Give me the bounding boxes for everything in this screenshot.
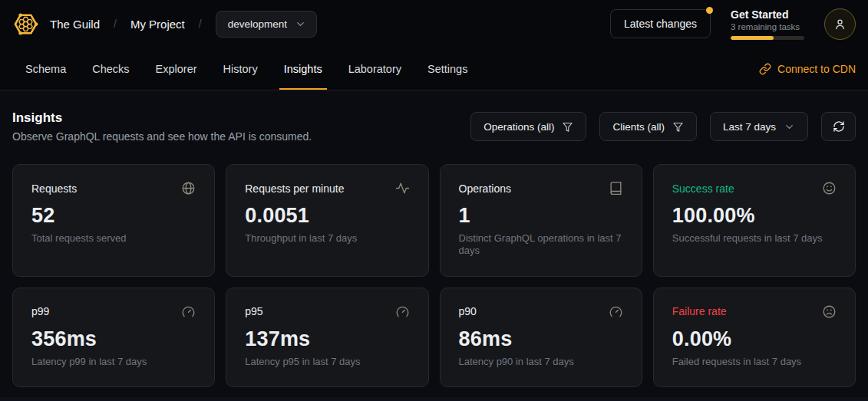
book-icon [609,181,623,196]
breadcrumb-org[interactable]: The Guild [50,18,100,31]
metric-card-value: 52 [31,204,196,228]
metric-card-description: Distinct GraphQL operations in last 7 da… [459,232,623,258]
metric-card-description: Latency p95 in last 7 days [245,356,409,368]
metric-card-description: Total requests served [31,232,196,245]
metric-card: Requests 52 Total requests served [12,164,215,277]
chevron-down-icon [295,18,306,30]
connect-cdn-link[interactable]: Connect to CDN [759,48,856,90]
metric-card-description: Latency p99 in last 7 days [31,356,196,368]
next-section-edge [0,397,868,401]
breadcrumb-separator: / [199,18,202,30]
metric-card: p90 86ms Latency p90 in last 7 days [440,288,642,387]
metric-card-value: 0.0051 [245,204,409,228]
clients-filter-button[interactable]: Clients (all) [599,112,697,141]
metric-card-value: 1 [459,204,623,228]
filters: Operations (all) Clients (all) Last 7 da… [470,112,856,141]
refresh-button[interactable] [821,112,856,141]
gauge-icon [609,304,623,319]
metric-card-value: 137ms [245,327,409,351]
metric-card-value: 100.00% [672,204,837,228]
notification-dot-icon [706,7,713,14]
app-header: The Guild / My Project / development Lat… [0,0,868,48]
frown-icon [822,304,837,319]
filter-funnel-icon [672,121,684,133]
user-avatar[interactable] [824,8,856,40]
breadcrumb-project[interactable]: My Project [130,18,185,31]
tab-explorer[interactable]: Explorer [143,48,210,90]
link-icon [759,63,771,75]
tab-checks[interactable]: Checks [79,48,142,90]
metric-card-description: Throughput in last 7 days [245,232,409,245]
latest-changes-button[interactable]: Latest changes [610,9,711,38]
target-selector[interactable]: development [216,11,317,38]
period-selector-button[interactable]: Last 7 days [710,112,808,141]
breadcrumb: The Guild / My Project / development [50,11,317,38]
metric-card: Operations 1 Distinct GraphQL operations… [440,164,642,277]
activity-icon [395,181,410,196]
page-head: Insights Observe GraphQL requests and se… [12,110,856,143]
metric-card-value: 0.00% [672,327,837,351]
operations-filter-button[interactable]: Operations (all) [470,112,586,141]
get-started-progress-bar [731,36,804,40]
chevron-down-icon [784,121,795,133]
tab-schema[interactable]: Schema [12,48,79,90]
refresh-icon [833,120,845,133]
smile-icon [822,181,837,196]
tab-settings[interactable]: Settings [414,48,480,90]
tab-history[interactable]: History [210,48,271,90]
metric-card-title: p99 [31,305,49,317]
metric-card: Requests per minute 0.0051 Throughput in… [226,164,428,277]
header-right: Latest changes Get Started 3 remaining t… [610,8,856,40]
insights-page: Insights Observe GraphQL requests and se… [0,90,868,387]
metric-card-description: Failed requests in last 7 days [672,356,837,368]
period-selector-label: Last 7 days [723,121,776,133]
tab-insights[interactable]: Insights [271,48,335,90]
clients-filter-label: Clients (all) [612,121,665,133]
metric-card: Success rate 100.00% Successful requests… [653,164,856,277]
breadcrumb-separator: / [114,18,117,30]
metric-cards-grid: Requests 52 Total requests served Reques… [12,164,856,387]
top-chrome: The Guild / My Project / development Lat… [0,0,868,90]
metric-card-description: Successful requests in last 7 days [672,232,837,245]
target-selector-value: development [228,18,287,30]
metric-card: p95 137ms Latency p95 in last 7 days [226,288,428,387]
metric-card-title: Requests per minute [245,182,344,195]
operations-filter-label: Operations (all) [484,121,554,133]
metric-card-value: 86ms [459,327,623,351]
gauge-icon [395,304,410,319]
metric-card-title: Success rate [672,182,734,195]
connect-cdn-label: Connect to CDN [777,63,856,75]
tab-bar: SchemaChecksExplorerHistoryInsightsLabor… [0,48,868,90]
metric-card: Failure rate 0.00% Failed requests in la… [653,288,856,387]
tab-laboratory[interactable]: Laboratory [335,48,414,90]
filter-funnel-icon [562,121,573,133]
latest-changes-label: Latest changes [624,18,697,30]
metric-card: p99 356ms Latency p99 in last 7 days [12,288,215,387]
person-icon [833,18,847,31]
get-started-subtitle: 3 remaining tasks [731,22,804,31]
tabs: SchemaChecksExplorerHistoryInsightsLabor… [12,48,480,90]
metric-card-title: p95 [245,305,262,317]
hive-logo-icon[interactable] [12,11,39,38]
page-subtitle: Observe GraphQL requests and see how the… [12,130,312,143]
globe-icon [181,181,196,196]
metric-card-title: Failure rate [672,305,727,317]
get-started-progress-fill [731,36,774,40]
metric-card-title: p90 [459,305,477,317]
metric-card-title: Requests [31,182,77,195]
get-started-widget[interactable]: Get Started 3 remaining tasks [731,8,804,40]
gauge-icon [181,304,196,319]
page-title-block: Insights Observe GraphQL requests and se… [12,110,312,143]
page-title: Insights [12,110,312,126]
metric-card-title: Operations [459,182,511,195]
metric-card-description: Latency p90 in last 7 days [459,356,623,368]
get-started-title: Get Started [731,8,804,21]
metric-card-value: 356ms [31,327,196,351]
